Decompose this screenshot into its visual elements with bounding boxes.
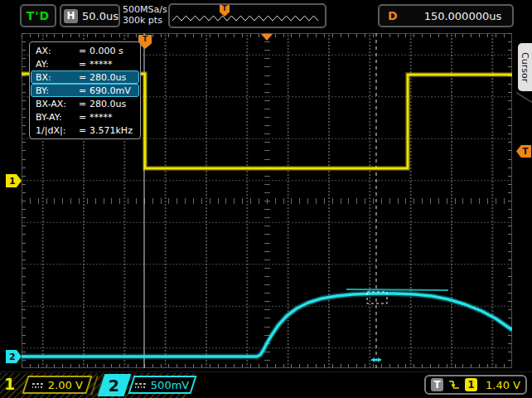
ch1-scale-box[interactable]: 2.00 V [22,376,92,394]
cursor-menu-tab-label: Cursor [520,52,530,82]
horizontal-icon: H [64,9,78,23]
cursor-b-drag-handle[interactable] [371,357,381,362]
delay-icon: D [388,9,398,22]
preview-waveform [172,12,323,23]
ch2-trace-persistence [346,289,448,290]
delay-readout[interactable]: D 150.000000us [378,4,514,27]
menu-notch [516,92,532,104]
ch2-scale-value: 500mV [151,379,189,391]
cursor-row-ay: AY:=***** [31,57,139,70]
ch1-number[interactable]: 1 [4,375,15,393]
cursor-row-ax: AX:=0.000 s [31,44,139,57]
cursor-row-freq: 1/|dX|:=3.571kHz [31,124,139,137]
delay-value: 150.000000us [424,10,502,22]
cursor-menu-tab[interactable]: Cursor [518,43,532,91]
oscilloscope-screen: T'D H 50.0us 500MSa/s 300k pts T D 150.0… [0,0,532,398]
bottom-status-bar: 1 2.00 V 2 500mV T 1 1.40 V [0,371,532,398]
acquisition-info: 500MSa/s 300k pts [123,4,167,26]
trigger-status-indicator[interactable]: T'D [20,4,56,27]
ch1-ground-marker[interactable]: 1 [6,174,22,187]
ch1-dc-coupling-icon [32,382,43,387]
horizontal-timebase-control[interactable]: H 50.0us [60,4,120,27]
top-status-bar: T'D H 50.0us 500MSa/s 300k pts T D 150.0… [0,0,532,32]
ch2-dc-coupling-icon [135,382,146,387]
timebase-value: 50.0us [82,10,118,22]
cursor-measurement-panel: AX:=0.000 s AY:=***** BX:=280.0us BY:=69… [29,41,141,139]
ch2-scale-box[interactable]: 500mV [128,376,196,394]
trigger-status-text: T'D [27,9,50,22]
ch2-number: 2 [109,376,119,395]
trigger-level-marker-icon[interactable]: T [516,145,531,158]
memory-depth: 300k pts [123,15,167,26]
cursor-row-by[interactable]: BY:=690.0mV [31,84,139,97]
ch1-scale-value: 2.00 V [48,379,83,391]
waveform-preview-strip[interactable]: T [168,3,326,28]
ch2-trace-glow [22,294,512,357]
trigger-level-value: 1.40 V [486,379,520,391]
cursor-row-byay: BY-AY:=***** [31,110,139,124]
ch2-ground-marker[interactable]: 2 [6,350,22,363]
trigger-settings-box[interactable]: T 1 1.40 V [424,375,527,395]
cursor-row-bx[interactable]: BX:=280.0us [31,70,139,84]
cursor-row-bxax: BX-AX:=280.0us [31,97,139,110]
sample-rate: 500MSa/s [123,4,167,15]
trigger-source-badge: 1 [465,378,477,391]
trigger-t-icon: T [431,378,443,391]
falling-edge-icon [448,379,460,391]
